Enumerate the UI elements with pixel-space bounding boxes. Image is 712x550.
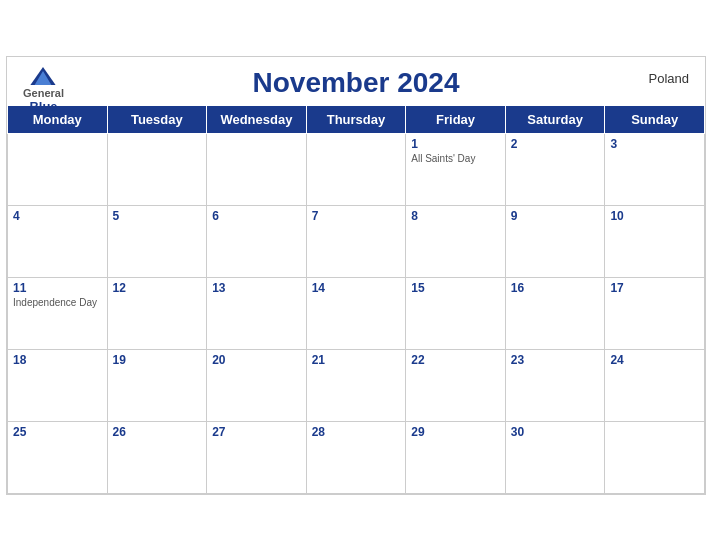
day-number: 15 <box>411 281 500 295</box>
col-tuesday: Tuesday <box>107 105 207 133</box>
calendar-cell: 23 <box>505 349 605 421</box>
calendar-cell: 10 <box>605 205 705 277</box>
calendar-table: Monday Tuesday Wednesday Thursday Friday… <box>7 105 705 494</box>
day-number: 10 <box>610 209 699 223</box>
day-number: 5 <box>113 209 202 223</box>
calendar-cell: 9 <box>505 205 605 277</box>
calendar-cell <box>107 133 207 205</box>
calendar-cell: 1All Saints' Day <box>406 133 506 205</box>
day-number: 8 <box>411 209 500 223</box>
calendar-cell: 11Independence Day <box>8 277 108 349</box>
calendar-cell: 12 <box>107 277 207 349</box>
col-friday: Friday <box>406 105 506 133</box>
calendar-cell: 30 <box>505 421 605 493</box>
day-number: 24 <box>610 353 699 367</box>
day-number: 9 <box>511 209 600 223</box>
month-title: November 2024 <box>252 67 459 99</box>
calendar-container: General Blue November 2024 Poland Monday… <box>6 56 706 495</box>
calendar-cell: 17 <box>605 277 705 349</box>
day-number: 4 <box>13 209 102 223</box>
calendar-week-row: 252627282930 <box>8 421 705 493</box>
calendar-cell: 26 <box>107 421 207 493</box>
calendar-cell: 25 <box>8 421 108 493</box>
day-number: 7 <box>312 209 401 223</box>
calendar-cell: 15 <box>406 277 506 349</box>
day-number: 25 <box>13 425 102 439</box>
calendar-cell: 2 <box>505 133 605 205</box>
col-sunday: Sunday <box>605 105 705 133</box>
logo-blue-text: Blue <box>29 99 57 114</box>
calendar-body: 1All Saints' Day234567891011Independence… <box>8 133 705 493</box>
day-number: 16 <box>511 281 600 295</box>
calendar-cell: 5 <box>107 205 207 277</box>
calendar-week-row: 1All Saints' Day23 <box>8 133 705 205</box>
calendar-cell: 20 <box>207 349 307 421</box>
calendar-week-row: 11Independence Day121314151617 <box>8 277 705 349</box>
day-number: 17 <box>610 281 699 295</box>
calendar-header: General Blue November 2024 Poland <box>7 57 705 105</box>
day-number: 23 <box>511 353 600 367</box>
logo: General Blue <box>23 65 64 114</box>
calendar-cell: 29 <box>406 421 506 493</box>
day-number: 3 <box>610 137 699 151</box>
day-number: 28 <box>312 425 401 439</box>
day-number: 12 <box>113 281 202 295</box>
calendar-cell: 18 <box>8 349 108 421</box>
day-number: 21 <box>312 353 401 367</box>
day-number: 22 <box>411 353 500 367</box>
country-label: Poland <box>649 71 689 86</box>
col-thursday: Thursday <box>306 105 406 133</box>
logo-icon <box>29 65 57 87</box>
day-number: 29 <box>411 425 500 439</box>
calendar-cell <box>207 133 307 205</box>
day-event: All Saints' Day <box>411 153 500 164</box>
day-number: 19 <box>113 353 202 367</box>
calendar-cell: 21 <box>306 349 406 421</box>
calendar-cell: 7 <box>306 205 406 277</box>
days-of-week-row: Monday Tuesday Wednesday Thursday Friday… <box>8 105 705 133</box>
day-number: 27 <box>212 425 301 439</box>
calendar-cell: 27 <box>207 421 307 493</box>
col-wednesday: Wednesday <box>207 105 307 133</box>
day-number: 11 <box>13 281 102 295</box>
calendar-cell: 28 <box>306 421 406 493</box>
calendar-cell: 13 <box>207 277 307 349</box>
calendar-cell: 19 <box>107 349 207 421</box>
day-number: 26 <box>113 425 202 439</box>
calendar-cell: 24 <box>605 349 705 421</box>
calendar-cell: 8 <box>406 205 506 277</box>
col-saturday: Saturday <box>505 105 605 133</box>
calendar-header-row: Monday Tuesday Wednesday Thursday Friday… <box>8 105 705 133</box>
day-number: 13 <box>212 281 301 295</box>
calendar-week-row: 45678910 <box>8 205 705 277</box>
calendar-cell <box>306 133 406 205</box>
calendar-cell: 14 <box>306 277 406 349</box>
day-number: 30 <box>511 425 600 439</box>
calendar-cell: 3 <box>605 133 705 205</box>
day-number: 6 <box>212 209 301 223</box>
calendar-cell <box>8 133 108 205</box>
calendar-cell: 22 <box>406 349 506 421</box>
day-number: 20 <box>212 353 301 367</box>
calendar-cell: 4 <box>8 205 108 277</box>
calendar-cell <box>605 421 705 493</box>
day-number: 2 <box>511 137 600 151</box>
calendar-cell: 16 <box>505 277 605 349</box>
day-number: 14 <box>312 281 401 295</box>
day-event: Independence Day <box>13 297 102 308</box>
logo-general-text: General <box>23 87 64 99</box>
calendar-cell: 6 <box>207 205 307 277</box>
day-number: 1 <box>411 137 500 151</box>
calendar-week-row: 18192021222324 <box>8 349 705 421</box>
day-number: 18 <box>13 353 102 367</box>
